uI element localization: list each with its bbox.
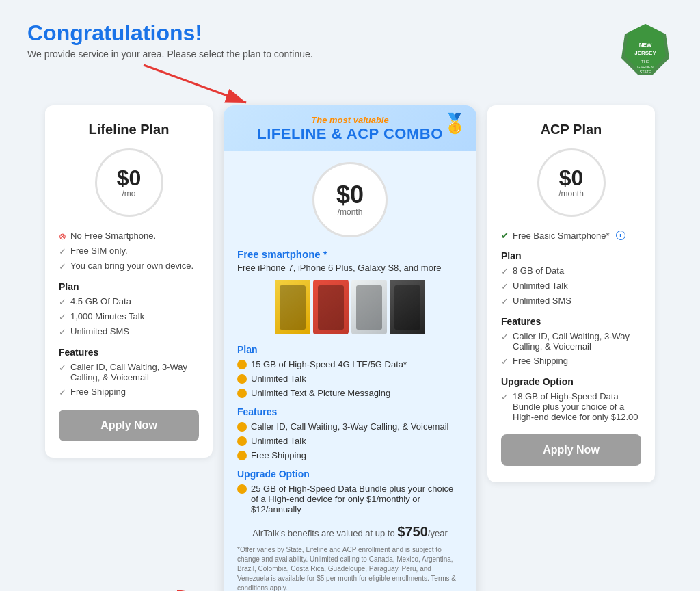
- phone-red: [313, 280, 349, 334]
- check-icon: ✓: [501, 296, 509, 306]
- lifeline-shipping: ✓ Free Shipping: [59, 386, 199, 397]
- combo-plan-label: Plan: [237, 344, 463, 355]
- lifeline-apply-button[interactable]: Apply Now: [59, 410, 199, 441]
- gold-bullet: [237, 484, 247, 494]
- combo-title: LIFELINE & ACP COMBO: [234, 125, 466, 143]
- combo-data: 15 GB of High-Speed 4G LTE/5G Data*: [237, 359, 463, 369]
- combo-text: Unlimited Text & Picture Messaging: [237, 388, 463, 398]
- combo-price-circle: $0 /month: [312, 162, 388, 237]
- combo-disclaimer: *Offer varies by State, Lifeline and ACP…: [237, 545, 463, 591]
- acp-talk: ✓ Unlimited Talk: [501, 280, 641, 291]
- x-icon: ⊗: [59, 231, 66, 241]
- combo-plan-features: 15 GB of High-Speed 4G LTE/5G Data* Unli…: [237, 359, 463, 398]
- gold-bullet: [237, 451, 247, 460]
- acp-intro-features: ✔ Free Basic Smartphone* i: [501, 231, 641, 241]
- lifeline-intro-features: ⊗ No Free Smartphone. ✓ Free SIM only. ✓…: [59, 231, 199, 272]
- check-green-icon: ✔: [501, 231, 509, 241]
- lifeline-voicemail: ✓ Caller ID, Call Waiting, 3-Way Calling…: [59, 362, 199, 382]
- lifeline-card: Lifeline Plan $0 /mo ⊗ No Free Smartphon…: [45, 105, 213, 458]
- acp-title: ACP Plan: [501, 122, 641, 137]
- acp-per: /month: [558, 189, 584, 198]
- header: Congratulations! We provide service in y…: [27, 21, 673, 85]
- check-icon: ✓: [501, 281, 509, 291]
- combo-shipping: Free Shipping: [237, 450, 463, 460]
- check-icon: ✓: [59, 363, 66, 373]
- check-icon: ✓: [59, 297, 66, 307]
- acp-voicemail: ✓ Caller ID, Call Waiting, 3-Way Calling…: [501, 331, 641, 352]
- lifeline-plan-label: Plan: [59, 281, 199, 292]
- acp-plan-label: Plan: [501, 250, 641, 261]
- free-smartphone-label: Free smartphone *: [237, 248, 463, 260]
- lifeline-no-smartphone: ⊗ No Free Smartphone.: [59, 231, 199, 241]
- page-subtitle: We provide service in your area. Please …: [27, 49, 313, 60]
- combo-talk2: Unlimited Talk: [237, 436, 463, 446]
- acp-sms: ✓ Unlimited SMS: [501, 296, 641, 306]
- combo-talk: Unlimited Talk: [237, 373, 463, 384]
- gold-bullet: [237, 360, 247, 369]
- acp-apply-button[interactable]: Apply Now: [501, 434, 641, 466]
- acp-features-list: ✓ Caller ID, Call Waiting, 3-Way Calling…: [501, 331, 641, 367]
- nj-logo: NEW JERSEY THE GARDEN STATE: [618, 21, 673, 85]
- combo-card: The most valuable LIFELINE & ACP COMBO 🥇…: [224, 105, 476, 591]
- phone-gold: [275, 280, 310, 334]
- acp-price-circle: $0 /month: [537, 148, 606, 217]
- most-valuable-label: The most valuable: [234, 115, 466, 125]
- lifeline-features-label: Features: [59, 347, 199, 358]
- award-badge-icon: 🥇: [443, 112, 467, 135]
- combo-upgrade-features: 25 GB of High-Speed Data Bundle plus you…: [237, 484, 463, 514]
- acp-free-smartphone: ✔ Free Basic Smartphone* i: [501, 231, 641, 241]
- gold-bullet: [237, 374, 247, 384]
- combo-per: /month: [338, 207, 363, 217]
- lifeline-per: /mo: [122, 189, 135, 198]
- phone-white: [351, 280, 387, 334]
- acp-data: ✓ 8 GB of Data: [501, 265, 641, 276]
- check-icon: ✓: [59, 261, 66, 272]
- combo-features-label: Features: [237, 406, 463, 417]
- plans-container: Lifeline Plan $0 /mo ⊗ No Free Smartphon…: [27, 105, 673, 591]
- svg-text:STATE: STATE: [640, 70, 651, 74]
- phone-dark: [390, 280, 425, 334]
- check-icon: ✓: [501, 392, 509, 402]
- page-wrapper: Congratulations! We provide service in y…: [0, 0, 700, 591]
- acp-price: $0: [559, 167, 584, 189]
- airtalk-dollar: $750: [397, 524, 428, 539]
- acp-upgrade-label: Upgrade Option: [501, 376, 641, 387]
- combo-body: $0 /month Free smartphone * Free iPhone …: [224, 151, 476, 591]
- acp-upgrade-features: ✓ 18 GB of High-Speed Data Bundle plus y…: [501, 391, 641, 422]
- check-icon: ✓: [501, 266, 509, 276]
- airtalk-value-text: AirTalk's benefits are valued at up to $…: [237, 524, 463, 540]
- lifeline-title: Lifeline Plan: [59, 122, 199, 137]
- combo-price: $0: [336, 183, 364, 207]
- acp-shipping: ✓ Free Shipping: [501, 356, 641, 367]
- page-title: Congratulations!: [27, 21, 313, 46]
- phone-images: [237, 280, 463, 334]
- check-icon: ✓: [501, 332, 509, 342]
- lifeline-free-sim: ✓ Free SIM only.: [59, 246, 199, 257]
- gold-bullet: [237, 436, 247, 446]
- check-icon: ✓: [59, 327, 66, 337]
- header-left: Congratulations! We provide service in y…: [27, 21, 313, 60]
- check-icon: ✓: [59, 312, 66, 322]
- lifeline-price: $0: [117, 167, 142, 189]
- acp-card: ACP Plan $0 /month ✔ Free Basic Smartpho…: [487, 105, 655, 482]
- info-icon: i: [616, 231, 625, 240]
- svg-text:JERSEY: JERSEY: [634, 50, 656, 56]
- combo-upgrade-label: Upgrade Option: [237, 469, 463, 480]
- acp-features-label: Features: [501, 316, 641, 327]
- combo-header: The most valuable LIFELINE & ACP COMBO 🥇: [224, 105, 476, 151]
- lifeline-price-circle: $0 /mo: [95, 148, 163, 217]
- gold-bullet: [237, 389, 247, 398]
- gold-bullet: [237, 422, 247, 432]
- acp-upgrade-item: ✓ 18 GB of High-Speed Data Bundle plus y…: [501, 391, 641, 422]
- lifeline-plan-features: ✓ 4.5 GB Of Data ✓ 1,000 Minutes Talk ✓ …: [59, 296, 199, 337]
- combo-upgrade-item: 25 GB of High-Speed Data Bundle plus you…: [237, 484, 463, 514]
- check-icon: ✓: [59, 246, 66, 257]
- lifeline-byod: ✓ You can bring your own device.: [59, 261, 199, 272]
- check-icon: ✓: [501, 356, 509, 367]
- free-smartphone-desc: Free iPhone 7, iPhone 6 Plus, Galaxy S8,…: [237, 263, 463, 273]
- lifeline-data: ✓ 4.5 GB Of Data: [59, 296, 199, 307]
- check-icon: ✓: [59, 387, 66, 397]
- svg-text:NEW: NEW: [639, 42, 652, 48]
- svg-text:THE: THE: [641, 60, 649, 64]
- acp-plan-features: ✓ 8 GB of Data ✓ Unlimited Talk ✓ Unlimi…: [501, 265, 641, 306]
